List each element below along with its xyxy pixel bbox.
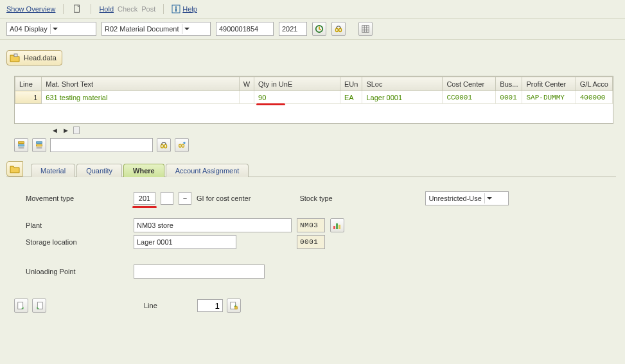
cell-qty[interactable]: 90 [254, 91, 340, 104]
tab-material[interactable]: Material [31, 164, 75, 177]
col-eun[interactable]: EUn [340, 77, 362, 91]
stock-type-label: Stock type [299, 195, 376, 202]
svg-rect-28 [37, 302, 42, 309]
col-w[interactable]: W [239, 77, 254, 91]
find-icon[interactable] [331, 22, 346, 36]
col-pc[interactable]: Profit Center [522, 77, 576, 91]
find-next-icon[interactable] [175, 138, 189, 152]
svg-rect-7 [362, 26, 369, 33]
headdata-toggle[interactable]: Head.data [6, 50, 62, 65]
svg-rect-24 [333, 226, 335, 229]
cell-line[interactable]: 1 [15, 91, 42, 104]
movement-type-field[interactable]: 201 [134, 192, 155, 205]
plant-chart-icon[interactable] [330, 218, 344, 232]
svg-rect-25 [336, 223, 338, 229]
sloc-field[interactable]: Lager 0001 [134, 235, 236, 249]
where-panel: Movement type 201 − GI for cost center S… [6, 177, 616, 292]
chevron-down-icon [50, 24, 60, 34]
find-icon-2[interactable] [157, 138, 171, 152]
mvt-extra-box[interactable] [161, 192, 173, 205]
svg-point-21 [179, 144, 182, 147]
execute-icon[interactable] [312, 22, 326, 36]
new-doc-icon[interactable] [71, 2, 83, 16]
show-overview-link[interactable]: Show Overview [6, 5, 55, 13]
line-go-icon[interactable] [227, 299, 241, 313]
col-mat[interactable]: Mat. Short Text [42, 77, 239, 91]
mvt-minus-box[interactable]: − [179, 192, 191, 205]
scroll-indicator[interactable] [73, 126, 80, 134]
cell-w[interactable] [239, 91, 254, 104]
docnum-field[interactable]: 4900001854 [216, 22, 274, 36]
post-link: Post [141, 5, 155, 13]
tabstrip: Material Quantity Where Account Assignme… [6, 161, 625, 177]
stock-type-dropdown[interactable]: Unrestricted-Use [425, 191, 509, 205]
filter-icon-1[interactable] [14, 138, 28, 152]
next-item-icon[interactable] [32, 299, 46, 313]
svg-rect-3 [175, 8, 177, 12]
scroll-left-icon[interactable]: ◄ [51, 126, 58, 134]
help-info-icon[interactable]: Help [172, 4, 197, 13]
mode-dropdown[interactable]: A04 Display [6, 22, 96, 36]
tab-where[interactable]: Where [123, 164, 164, 177]
svg-point-23 [183, 142, 186, 144]
folder-icon [10, 53, 20, 62]
plant-field[interactable]: NM03 store [134, 218, 292, 232]
col-line[interactable]: Line [15, 77, 42, 91]
doctype-dropdown[interactable]: R02 Material Document [101, 22, 211, 36]
unloading-field[interactable] [134, 264, 265, 279]
svg-rect-16 [37, 142, 42, 144]
line-label: Line [144, 302, 157, 309]
svg-rect-14 [19, 144, 24, 146]
bottom-bar: Line [0, 292, 625, 313]
cell-cc[interactable]: CC0001 [443, 91, 496, 104]
svg-rect-27 [18, 302, 23, 309]
svg-point-6 [339, 28, 342, 32]
svg-rect-15 [19, 148, 24, 149]
chevron-down-icon [484, 193, 495, 204]
cell-eun[interactable]: EA [340, 91, 362, 104]
col-bus[interactable]: Bus... [496, 77, 522, 91]
qty-value: 90 [258, 94, 266, 101]
search-input[interactable] [50, 138, 153, 152]
year-field[interactable]: 2021 [279, 22, 307, 36]
cell-bus[interactable]: 0001 [496, 91, 522, 104]
selection-bar: A04 Display R02 Material Document 490000… [0, 18, 625, 40]
col-sloc[interactable]: SLoc [362, 77, 443, 91]
cell-pc[interactable]: SAP-DUMMY [522, 91, 576, 104]
mid-toolbar [14, 138, 625, 152]
prev-item-icon[interactable] [14, 299, 28, 313]
plant-label: Plant [26, 221, 128, 229]
line-number-field[interactable] [197, 299, 223, 312]
col-cc[interactable]: Cost Center [443, 77, 496, 91]
grid-view-icon[interactable] [358, 22, 373, 36]
hold-link[interactable]: Hold [99, 5, 114, 13]
svg-point-5 [335, 28, 338, 32]
sloc-label: Storage location [26, 238, 128, 246]
cell-mat[interactable]: 631 testing material [42, 91, 239, 104]
svg-point-19 [161, 144, 163, 148]
movement-type-label: Movement type [26, 195, 128, 202]
svg-rect-12 [14, 54, 17, 56]
headdata-label: Head.data [24, 54, 57, 62]
scroll-right-icon[interactable]: ► [62, 126, 69, 134]
check-link: Check [118, 5, 137, 13]
cell-gl[interactable]: 400000 [576, 91, 612, 104]
svg-rect-17 [37, 144, 42, 146]
grid-scroller: ◄ ► [51, 126, 625, 134]
help-link[interactable]: Help [182, 5, 197, 13]
tab-account[interactable]: Account Assignment [166, 164, 249, 177]
mode-value: A04 Display [10, 25, 48, 33]
tab-quantity[interactable]: Quantity [76, 164, 122, 177]
sloc-code-field[interactable]: 0001 [297, 235, 325, 249]
top-toolbar: Show Overview Hold Check Post Help [0, 0, 625, 18]
svg-rect-30 [235, 307, 238, 309]
col-qty[interactable]: Qty in UnE [254, 77, 340, 91]
year-value: 2021 [282, 25, 297, 33]
filter-icon-2[interactable] [32, 138, 46, 152]
table-row[interactable]: 1 631 testing material 90 EA Lager 0001 … [15, 91, 613, 104]
detail-toggle-icon[interactable] [6, 161, 23, 177]
plant-code-field[interactable]: NM03 [297, 218, 325, 232]
cell-sloc[interactable]: Lager 0001 [362, 91, 443, 104]
col-gl[interactable]: G/L Acco [576, 77, 612, 91]
item-grid: Line Mat. Short Text W Qty in UnE EUn SL… [14, 76, 613, 124]
